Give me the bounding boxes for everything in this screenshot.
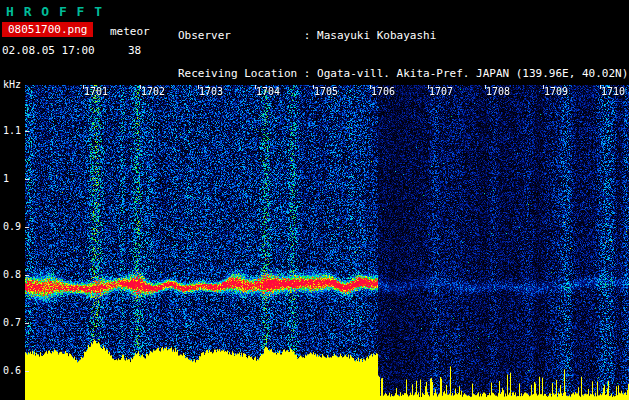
freq-tick-label: 0.7 [3, 317, 25, 328]
observer-line: Observer : Masayuki Kobayashi [178, 30, 628, 43]
freq-tick-label: 1 [3, 173, 25, 184]
spectrogram-canvas [25, 85, 629, 400]
time-tick-label: 1703 [199, 86, 223, 97]
hrofft-screen: H R O F F T 08051700.png meteor 02.08.05… [0, 0, 629, 400]
mode-label: meteor [110, 25, 150, 38]
time-tick-label: 1705 [314, 86, 338, 97]
meteor-count: 38 [128, 44, 141, 57]
freq-tick-label: 0.9 [3, 221, 25, 232]
time-tick-label: 1704 [256, 86, 280, 97]
time-tick-label: 1701 [84, 86, 108, 97]
time-tick-label: 1710 [601, 86, 625, 97]
time-tick-label: 1706 [371, 86, 395, 97]
time-tick-label: 1707 [429, 86, 453, 97]
location-line: Receiving Location : Ogata-vill. Akita-P… [178, 68, 628, 81]
time-tick-label: 1702 [141, 86, 165, 97]
time-tick-label: 1709 [544, 86, 568, 97]
app-title: H R O F F T [6, 4, 103, 19]
freq-tick-label: 0.6 [3, 365, 25, 376]
filename-badge: 08051700.png [2, 22, 93, 37]
datetime-label: 02.08.05 17:00 [2, 44, 95, 57]
time-tick-label: 1708 [486, 86, 510, 97]
freq-axis-unit: kHz [3, 79, 25, 90]
freq-tick-label: 0.8 [3, 269, 25, 280]
freq-tick-label: 1.1 [3, 125, 25, 136]
